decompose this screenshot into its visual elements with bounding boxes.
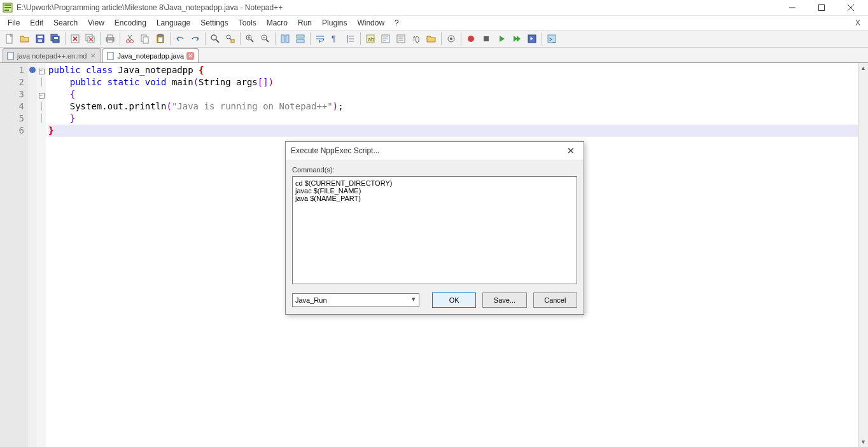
window-controls	[778, 0, 865, 16]
save-macro-icon[interactable]	[525, 32, 539, 46]
toolbar-separator	[275, 32, 276, 45]
svg-rect-62	[383, 40, 386, 41]
svg-rect-60	[383, 36, 388, 38]
tab-active[interactable]: Java_notepadpp.java ✕	[102, 48, 199, 62]
close-all-icon[interactable]	[83, 32, 97, 46]
commands-textarea[interactable]	[292, 176, 577, 284]
menu-bar: File Edit Search View Encoding Language …	[0, 16, 868, 30]
zoom-in-icon[interactable]	[243, 32, 257, 46]
nppexec-icon[interactable]: >_	[545, 32, 559, 46]
tab-label: Java_notepadpp.java	[117, 52, 184, 60]
dialog-body: Command(s): OK Save... Cancel	[286, 160, 584, 314]
maximize-button[interactable]	[807, 0, 836, 16]
udl-icon[interactable]: ab	[363, 32, 377, 46]
menu-window[interactable]: Window	[352, 17, 389, 29]
indent-guide-icon[interactable]	[344, 32, 358, 46]
minimize-button[interactable]	[778, 0, 807, 16]
play-icon[interactable]	[494, 32, 508, 46]
menu-tools[interactable]: Tools	[234, 17, 262, 29]
menu-plugins[interactable]: Plugins	[317, 17, 352, 29]
file-icon	[7, 52, 15, 60]
script-name-select[interactable]	[292, 293, 419, 307]
doc-list-icon[interactable]	[394, 32, 408, 46]
menu-settings[interactable]: Settings	[195, 17, 233, 29]
undo-icon[interactable]	[173, 32, 187, 46]
close-doc-x[interactable]: X	[850, 18, 865, 27]
vertical-scrollbar[interactable]: ▲ ▼	[858, 63, 868, 447]
svg-rect-24	[108, 40, 113, 43]
svg-line-45	[266, 39, 269, 42]
toolbar: ¶ ab f() >_	[0, 30, 868, 48]
dialog-close-icon[interactable]: ✕	[563, 146, 578, 156]
save-icon[interactable]	[33, 32, 47, 46]
paste-icon[interactable]	[153, 32, 167, 46]
redo-icon[interactable]	[188, 32, 202, 46]
menu-edit[interactable]: Edit	[25, 17, 48, 29]
sync-v-icon[interactable]	[278, 32, 292, 46]
svg-text:f(): f()	[413, 35, 419, 43]
menu-search[interactable]: Search	[48, 17, 83, 29]
svg-rect-47	[286, 35, 289, 43]
save-button[interactable]: Save...	[482, 292, 526, 308]
menu-encoding[interactable]: Encoding	[109, 17, 151, 29]
zoom-out-icon[interactable]	[258, 32, 272, 46]
wordwrap-icon[interactable]	[313, 32, 327, 46]
copy-icon[interactable]	[138, 32, 152, 46]
svg-rect-75	[8, 52, 13, 60]
svg-point-26	[130, 40, 134, 43]
record-icon[interactable]	[464, 32, 478, 46]
menu-help[interactable]: ?	[389, 17, 404, 29]
toolbar-separator	[100, 32, 101, 45]
svg-point-69	[450, 38, 452, 40]
svg-rect-61	[383, 38, 388, 39]
app-icon	[3, 3, 13, 13]
tab-inactive[interactable]: java notepad++.en.md ✕	[3, 48, 101, 62]
folder-workspace-icon[interactable]	[424, 32, 438, 46]
menu-language[interactable]: Language	[151, 17, 195, 29]
scroll-up-icon[interactable]: ▲	[858, 63, 868, 73]
tab-close-icon[interactable]: ✕	[89, 52, 97, 60]
new-file-icon[interactable]	[3, 32, 17, 46]
save-all-icon[interactable]	[48, 32, 62, 46]
allchars-icon[interactable]: ¶	[328, 32, 342, 46]
svg-point-34	[211, 35, 216, 40]
close-icon[interactable]	[68, 32, 82, 46]
open-file-icon[interactable]	[18, 32, 32, 46]
svg-rect-14	[54, 37, 58, 39]
toolbar-separator	[360, 32, 361, 45]
cancel-button[interactable]: Cancel	[533, 292, 577, 308]
toolbar-separator	[170, 32, 171, 45]
toolbar-separator	[120, 32, 120, 45]
monitoring-icon[interactable]	[444, 32, 458, 46]
toolbar-separator	[542, 32, 542, 45]
svg-line-42	[251, 39, 253, 42]
dialog-button-row: OK Save... Cancel	[292, 292, 577, 308]
print-icon[interactable]	[103, 32, 117, 46]
doc-map-icon[interactable]	[379, 32, 393, 46]
commands-label: Command(s):	[292, 166, 577, 174]
replace-icon[interactable]	[223, 32, 237, 46]
svg-text:>_: >_	[549, 36, 556, 43]
menu-macro[interactable]: Macro	[262, 17, 293, 29]
func-list-icon[interactable]: f()	[409, 32, 423, 46]
close-button[interactable]	[836, 0, 865, 16]
scroll-down-icon[interactable]: ▼	[858, 437, 868, 447]
menu-file[interactable]: File	[3, 17, 25, 29]
svg-rect-30	[143, 37, 148, 43]
cut-icon[interactable]	[123, 32, 137, 46]
toolbar-separator	[441, 32, 442, 45]
stop-icon[interactable]	[479, 32, 493, 46]
nppexec-dialog: Execute NppExec Script... ✕ Command(s): …	[285, 141, 584, 315]
svg-rect-23	[108, 35, 113, 38]
svg-text:ab: ab	[368, 36, 374, 43]
menu-run[interactable]: Run	[293, 17, 317, 29]
tab-close-icon[interactable]: ✕	[186, 52, 194, 60]
svg-rect-2	[4, 7, 11, 8]
ok-button[interactable]: OK	[432, 292, 476, 308]
find-icon[interactable]	[208, 32, 222, 46]
menu-view[interactable]: View	[83, 17, 109, 29]
sync-h-icon[interactable]	[293, 32, 307, 46]
toolbar-separator	[205, 32, 206, 45]
play-multi-icon[interactable]	[510, 32, 524, 46]
svg-point-25	[127, 40, 130, 43]
